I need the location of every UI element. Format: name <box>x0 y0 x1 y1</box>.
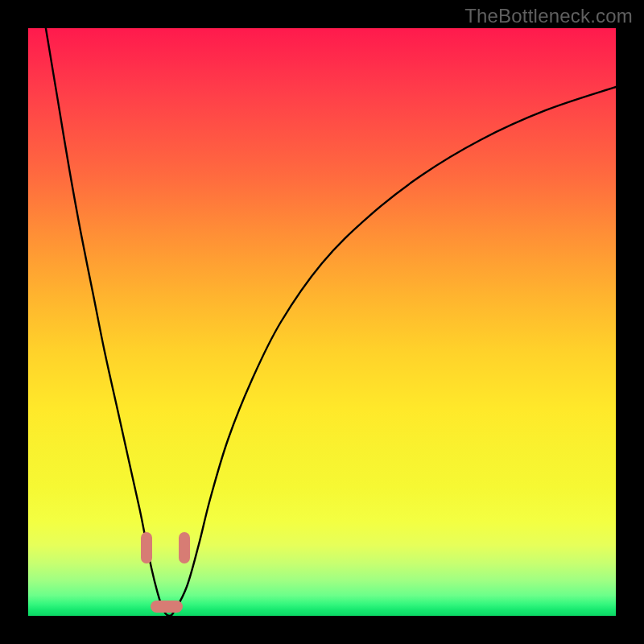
chart-frame: TheBottleneck.com <box>0 0 644 644</box>
watermark-text: TheBottleneck.com <box>464 5 633 27</box>
marker-right-vertical <box>179 532 190 564</box>
marker-left-vertical <box>141 532 152 564</box>
bottleneck-curve <box>28 28 616 616</box>
marker-bottom-horizontal <box>151 601 183 613</box>
plot-area <box>28 28 616 616</box>
